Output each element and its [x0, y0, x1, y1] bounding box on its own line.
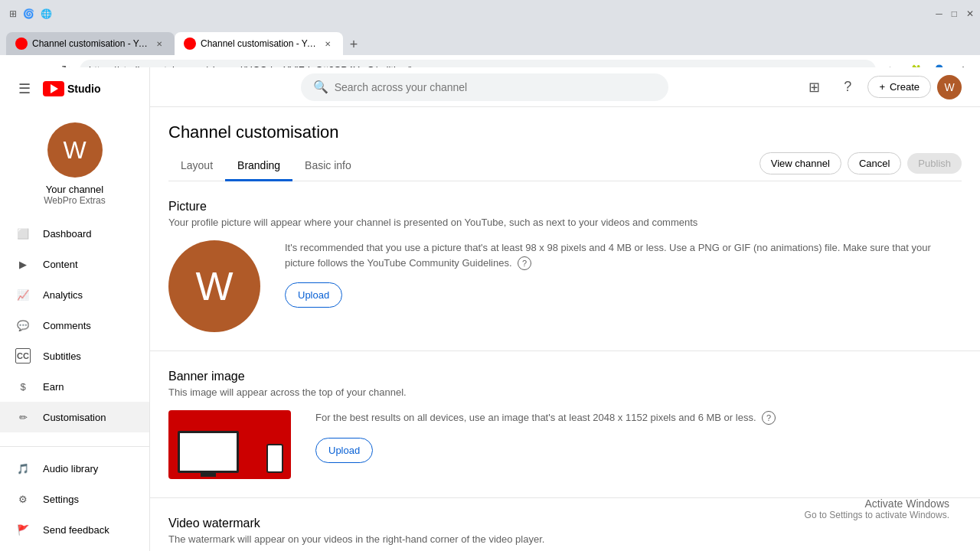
content-icon: ▶ [15, 256, 31, 272]
banner-info-text: For the best results on all devices, use… [315, 410, 962, 425]
watermark-title: Video watermark [168, 517, 962, 530]
picture-desc: Your profile picture will appear where y… [168, 217, 962, 228]
picture-preview: W [168, 240, 260, 332]
sidebar: ☰ Studio W Your channel WebPro Extras ⬜ … [0, 67, 150, 551]
banner-info: For the best results on all devices, use… [315, 410, 962, 463]
tab-favicon-1 [15, 37, 28, 50]
earn-icon: $ [15, 379, 31, 394]
sidebar-item-send-feedback[interactable]: 🚩 Send feedback [0, 514, 149, 545]
sidebar-item-comments[interactable]: 💬 Comments [0, 310, 149, 341]
search-icon: 🔍 [313, 80, 328, 94]
create-button[interactable]: + Create [867, 76, 931, 98]
tab-close-1[interactable]: ✕ [153, 37, 165, 50]
sidebar-label-comments: Comments [43, 320, 91, 331]
banner-preview [168, 410, 291, 479]
picture-help-icon[interactable]: ? [518, 256, 531, 270]
tab-basic-info[interactable]: Basic info [292, 152, 364, 181]
banner-help-icon[interactable]: ? [762, 411, 776, 425]
watermark-section: Video watermark The watermark will appea… [150, 498, 980, 551]
dashboard-icon: ⬜ [15, 226, 31, 241]
tab-layout[interactable]: Layout [168, 152, 225, 181]
header-actions: ⊞ ? + Create W [800, 73, 962, 101]
publish-button[interactable]: Publish [907, 153, 962, 174]
user-avatar[interactable]: W [937, 75, 962, 99]
banner-upload-button[interactable]: Upload [315, 438, 373, 463]
sidebar-item-dashboard[interactable]: ⬜ Dashboard [0, 218, 149, 249]
search-input[interactable] [335, 81, 656, 93]
comments-icon: 💬 [15, 318, 31, 333]
monitor-device [178, 431, 239, 473]
send-feedback-icon: 🚩 [15, 522, 31, 537]
settings-icon: ⚙ [15, 491, 31, 507]
new-tab-button[interactable]: + [343, 34, 364, 55]
browser-tab-1[interactable]: Channel customisation - YouTub... ✕ [6, 32, 175, 55]
subtitles-icon: CC [15, 348, 31, 364]
yt-logo-icon [43, 81, 64, 96]
view-channel-button[interactable]: View channel [760, 152, 841, 174]
sidebar-item-earn[interactable]: $ Earn [0, 371, 149, 402]
sidebar-label-send-feedback: Send feedback [43, 524, 109, 536]
watermark-desc: The watermark will appear on your videos… [168, 533, 962, 545]
analytics-icon: 📈 [15, 287, 31, 302]
browser-tab-2[interactable]: Channel customisation - YouTub... ✕ [175, 32, 343, 55]
picture-info-text: It's recommended that you use a picture … [285, 240, 962, 270]
banner-desc: This image will appear across the top of… [168, 386, 962, 398]
create-label: Create [890, 81, 920, 93]
yt-studio-logo[interactable]: Studio [43, 81, 101, 96]
sidebar-label-content: Content [43, 259, 78, 270]
picture-content: W It's recommended that you use a pictur… [168, 240, 962, 332]
audio-library-icon: 🎵 [15, 461, 31, 476]
help-button[interactable]: ? [834, 73, 861, 101]
yt-studio-text: Studio [67, 83, 101, 95]
banner-title: Banner image [168, 370, 962, 383]
channel-section: W Your channel WebPro Extras [0, 110, 149, 212]
hamburger-menu[interactable]: ☰ [12, 77, 37, 101]
picture-upload-button[interactable]: Upload [285, 282, 342, 308]
tab-close-2[interactable]: ✕ [322, 37, 334, 50]
sidebar-item-audio-library[interactable]: 🎵 Audio library [0, 453, 149, 484]
picture-info: It's recommended that you use a picture … [285, 240, 962, 308]
create-icon: + [879, 81, 885, 93]
tab-title-2: Channel customisation - YouTub... [201, 38, 317, 49]
action-buttons: View channel Cancel Publish [760, 152, 962, 181]
tab-branding[interactable]: Branding [225, 152, 292, 181]
search-bar: 🔍 [301, 73, 668, 101]
sidebar-footer: 🎵 Audio library ⚙ Settings 🚩 Send feedba… [0, 446, 149, 551]
sidebar-label-earn: Earn [43, 381, 64, 393]
cancel-button[interactable]: Cancel [848, 152, 901, 174]
sidebar-label-subtitles: Subtitles [43, 350, 81, 362]
tab-favicon-2 [184, 37, 196, 50]
channel-sub: WebPro Extras [44, 195, 105, 206]
sidebar-item-analytics[interactable]: 📈 Analytics [0, 279, 149, 310]
apps-button[interactable]: ⊞ [800, 73, 828, 101]
channel-name: Your channel [46, 184, 103, 195]
content-header: Channel customisation Layout Branding Ba… [150, 107, 980, 181]
customisation-icon: ✏ [15, 409, 31, 425]
picture-section: Picture Your profile picture will appear… [150, 181, 980, 351]
sidebar-label-customisation: Customisation [43, 412, 106, 423]
sidebar-label-audio-library: Audio library [43, 463, 98, 474]
tabs-row: Layout Branding Basic info View channel … [168, 152, 962, 181]
sidebar-item-content[interactable]: ▶ Content [0, 249, 149, 279]
channel-avatar[interactable]: W [47, 122, 103, 178]
sidebar-nav: ⬜ Dashboard ▶ Content 📈 Analytics 💬 Comm… [0, 212, 149, 446]
main-content: Channel customisation Layout Branding Ba… [150, 107, 980, 551]
phone-device [266, 444, 283, 473]
sidebar-label-analytics: Analytics [43, 289, 83, 301]
tab-title-1: Channel customisation - YouTub... [32, 38, 149, 49]
sidebar-label-dashboard: Dashboard [43, 228, 92, 240]
sidebar-label-settings: Settings [43, 494, 79, 505]
banner-section: Banner image This image will appear acro… [150, 351, 980, 498]
sidebar-item-customisation[interactable]: ✏ Customisation [0, 402, 149, 432]
sidebar-item-subtitles[interactable]: CC Subtitles [0, 341, 149, 371]
banner-content: For the best results on all devices, use… [168, 410, 962, 479]
page-title: Channel customisation [168, 122, 962, 142]
sidebar-item-settings[interactable]: ⚙ Settings [0, 484, 149, 514]
picture-title: Picture [168, 200, 962, 214]
top-header: 🔍 ⊞ ? + Create W [150, 67, 980, 107]
